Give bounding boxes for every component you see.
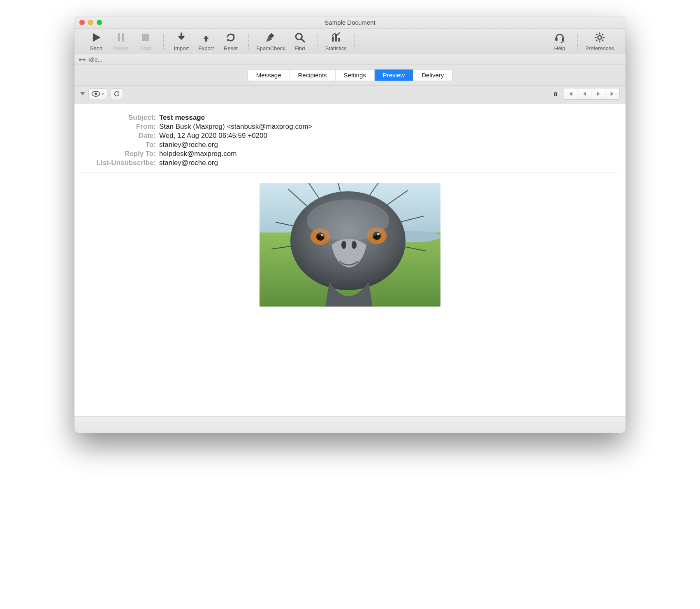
toolbar-separator bbox=[354, 33, 355, 50]
find-label: Find bbox=[294, 45, 305, 51]
tab-settings[interactable]: Settings bbox=[336, 70, 375, 81]
svg-rect-3 bbox=[205, 36, 207, 42]
titlebar: Sample Document bbox=[74, 16, 626, 29]
value-subject: Test message bbox=[159, 114, 618, 122]
refresh-icon bbox=[224, 31, 238, 44]
statistics-label: Statistics bbox=[325, 45, 347, 51]
app-window: Sample Document Send Pause Stop bbox=[74, 16, 626, 433]
label-date: Date: bbox=[82, 132, 156, 140]
svg-point-35 bbox=[341, 241, 346, 249]
spamcheck-label: SpamCheck bbox=[256, 45, 285, 51]
window-title: Sample Document bbox=[74, 19, 626, 26]
tab-bar: Message Recipients Settings Preview Deli… bbox=[248, 69, 453, 81]
svg-rect-17 bbox=[79, 58, 81, 60]
toolbar-separator bbox=[248, 33, 249, 50]
svg-rect-6 bbox=[555, 37, 557, 41]
tab-preview[interactable]: Preview bbox=[375, 70, 413, 81]
triangle-left-icon bbox=[582, 91, 587, 96]
toolbar-separator bbox=[577, 33, 578, 50]
svg-line-13 bbox=[596, 34, 597, 35]
value-date: Wed, 12 Aug 2020 06:45:59 +0200 bbox=[159, 132, 618, 140]
svg-line-5 bbox=[301, 39, 304, 42]
headset-icon bbox=[553, 31, 567, 44]
value-from: Stan Busk (Maxprog) <stanbusk@maxprog.co… bbox=[159, 123, 618, 131]
reload-icon bbox=[114, 91, 120, 97]
window-controls bbox=[74, 20, 102, 25]
svg-point-21 bbox=[95, 93, 97, 95]
status-text: Idle... bbox=[88, 56, 102, 63]
gear-icon bbox=[593, 31, 607, 44]
broom-icon bbox=[264, 31, 278, 44]
import-label: Import bbox=[174, 45, 189, 51]
reset-label: Reset bbox=[224, 45, 238, 51]
tab-delivery[interactable]: Delivery bbox=[413, 70, 452, 81]
connection-icon bbox=[79, 57, 86, 63]
play-icon bbox=[89, 31, 103, 44]
send-label: Send bbox=[90, 45, 102, 51]
preview-index: 8 bbox=[554, 91, 557, 98]
spamcheck-button[interactable]: SpamCheck bbox=[256, 31, 285, 51]
send-button[interactable]: Send bbox=[86, 31, 107, 51]
tab-message[interactable]: Message bbox=[248, 70, 290, 81]
pause-button[interactable]: Pause bbox=[111, 31, 131, 51]
export-button[interactable]: Export bbox=[196, 31, 216, 51]
value-to: stanley@roche.org bbox=[159, 141, 618, 149]
value-list-unsubscribe: stanley@roche.org bbox=[159, 159, 618, 167]
prev-button[interactable] bbox=[577, 88, 591, 99]
next-button[interactable] bbox=[591, 88, 605, 99]
triangle-right-icon bbox=[596, 91, 601, 96]
svg-point-8 bbox=[598, 36, 602, 40]
svg-rect-1 bbox=[122, 33, 124, 42]
magnifier-icon bbox=[293, 31, 307, 44]
disclosure-button[interactable] bbox=[80, 92, 85, 95]
first-button[interactable] bbox=[563, 88, 577, 99]
reset-button[interactable]: Reset bbox=[220, 31, 241, 51]
preferences-label: Preferences bbox=[585, 45, 614, 51]
svg-point-43 bbox=[307, 200, 389, 241]
svg-rect-2 bbox=[142, 34, 149, 41]
label-to: To: bbox=[82, 141, 156, 149]
reload-preview-button[interactable] bbox=[111, 88, 123, 99]
toolbar-separator bbox=[163, 33, 164, 50]
view-mode-button[interactable] bbox=[88, 88, 107, 99]
triangle-down-icon bbox=[80, 92, 85, 95]
svg-point-36 bbox=[352, 241, 357, 249]
import-button[interactable]: Import bbox=[171, 31, 192, 51]
minimize-window-button[interactable] bbox=[88, 20, 93, 25]
value-reply-to: helpdesk@maxprog.com bbox=[159, 150, 618, 158]
toolbar-separator bbox=[318, 33, 318, 50]
email-body bbox=[82, 178, 618, 323]
help-button[interactable]: Help bbox=[549, 31, 570, 51]
last-button[interactable] bbox=[605, 88, 619, 99]
preview-pane: Subject: Test message From: Stan Busk (M… bbox=[74, 104, 626, 416]
label-reply-to: Reply To: bbox=[82, 150, 156, 158]
svg-rect-18 bbox=[83, 58, 86, 60]
close-window-button[interactable] bbox=[79, 20, 85, 25]
eye-icon bbox=[91, 91, 100, 97]
label-subject: Subject: bbox=[82, 114, 156, 122]
stop-button[interactable]: Stop bbox=[135, 31, 156, 51]
arrow-up-icon bbox=[199, 31, 213, 44]
email-headers: Subject: Test message From: Stan Busk (M… bbox=[82, 114, 618, 172]
chart-icon bbox=[329, 31, 343, 44]
preview-controls: 8 bbox=[74, 86, 626, 104]
find-button[interactable]: Find bbox=[290, 31, 310, 51]
help-label: Help bbox=[554, 45, 566, 51]
arrow-down-icon bbox=[174, 31, 188, 44]
tab-recipients[interactable]: Recipients bbox=[290, 70, 336, 81]
embedded-image bbox=[260, 183, 440, 307]
statistics-button[interactable]: Statistics bbox=[325, 31, 347, 51]
stop-icon bbox=[139, 31, 153, 44]
toolbar: Send Pause Stop Import bbox=[74, 29, 626, 54]
pause-label: Pause bbox=[114, 45, 129, 51]
navigation-buttons bbox=[563, 88, 620, 100]
window-footer bbox=[74, 416, 626, 433]
zoom-window-button[interactable] bbox=[97, 20, 102, 25]
svg-rect-0 bbox=[118, 33, 120, 42]
chevron-down-icon bbox=[101, 93, 104, 95]
status-bar: Idle... bbox=[74, 54, 626, 65]
svg-line-14 bbox=[602, 40, 603, 41]
preferences-button[interactable]: Preferences bbox=[585, 31, 614, 51]
export-label: Export bbox=[198, 45, 214, 51]
tab-row: Message Recipients Settings Preview Deli… bbox=[74, 65, 626, 86]
